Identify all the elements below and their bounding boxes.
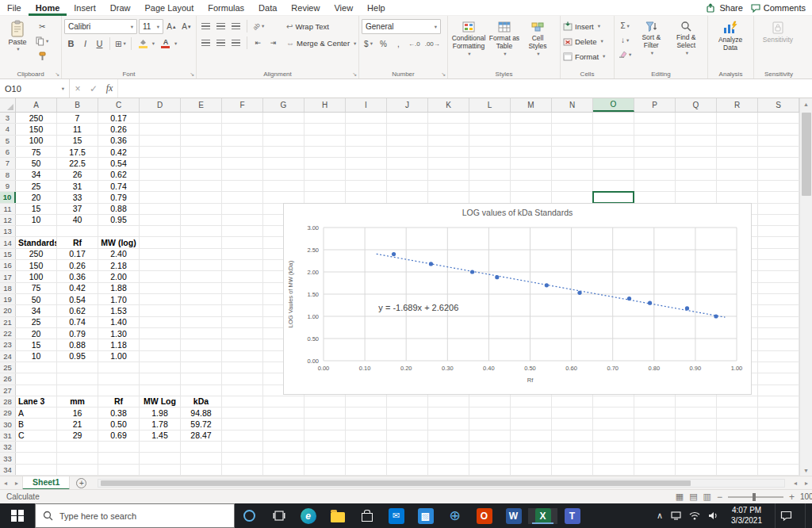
cell-A4[interactable]: 150 xyxy=(16,124,57,134)
cell-M28[interactable] xyxy=(511,396,552,407)
cell-A30[interactable]: B xyxy=(16,419,57,429)
cell-I32[interactable] xyxy=(346,442,387,452)
taskbar-search[interactable]: Type here to search xyxy=(35,503,235,528)
cell-D4[interactable] xyxy=(140,124,181,134)
italic-button[interactable]: I xyxy=(79,36,92,51)
cell-L33[interactable] xyxy=(469,453,511,463)
cell-G32[interactable] xyxy=(263,442,304,452)
cell-Q28[interactable] xyxy=(676,396,717,407)
column-header-N[interactable]: N xyxy=(552,98,593,112)
cell-C16[interactable]: 2.18 xyxy=(98,260,140,270)
column-header-L[interactable]: L xyxy=(469,98,511,112)
cell-P6[interactable] xyxy=(634,147,676,157)
cell-P5[interactable] xyxy=(634,136,676,146)
cell-E14[interactable] xyxy=(181,237,222,247)
cell-G9[interactable] xyxy=(263,181,304,191)
cell-A33[interactable] xyxy=(16,453,57,463)
cell-J29[interactable] xyxy=(387,407,428,418)
cell-P7[interactable] xyxy=(634,158,676,168)
cell-R4[interactable] xyxy=(717,124,758,134)
cell-P4[interactable] xyxy=(634,124,676,134)
cell-E33[interactable] xyxy=(181,453,222,463)
fill-color-button[interactable]: ▾ xyxy=(135,36,156,51)
column-header-B[interactable]: B xyxy=(57,98,98,112)
cell-I6[interactable] xyxy=(346,147,387,157)
cell-A20[interactable]: 34 xyxy=(16,305,57,316)
cell-Q30[interactable] xyxy=(676,419,717,429)
cell-C9[interactable]: 0.74 xyxy=(98,181,140,191)
mail-icon[interactable]: ✉ xyxy=(381,508,411,524)
cell-D30[interactable]: 1.78 xyxy=(140,419,181,429)
cell-S10[interactable] xyxy=(758,192,799,202)
action-center-button[interactable] xyxy=(775,503,797,528)
cell-G31[interactable] xyxy=(263,430,304,441)
conditional-formatting-button[interactable]: Conditional Formatting▾ xyxy=(450,19,487,58)
cell-M4[interactable] xyxy=(511,124,552,134)
cell-F3[interactable] xyxy=(222,113,263,123)
cell-I3[interactable] xyxy=(346,113,387,123)
cell-C23[interactable]: 1.18 xyxy=(98,339,140,350)
row-header-17[interactable]: 17 xyxy=(0,271,16,281)
cell-A29[interactable]: A xyxy=(16,407,57,418)
cell-F28[interactable] xyxy=(222,396,263,407)
cell-F27[interactable] xyxy=(222,385,263,396)
cell-S17[interactable] xyxy=(758,271,799,281)
cell-A8[interactable]: 34 xyxy=(16,170,57,180)
column-header-R[interactable]: R xyxy=(717,98,758,112)
cell-C8[interactable]: 0.62 xyxy=(98,170,140,180)
cell-C22[interactable]: 1.30 xyxy=(98,328,140,339)
row-header-12[interactable]: 12 xyxy=(0,215,16,225)
cell-F14[interactable] xyxy=(222,237,263,247)
column-header-I[interactable]: I xyxy=(346,98,387,112)
cell-M9[interactable] xyxy=(511,181,552,191)
cell-B33[interactable] xyxy=(57,453,98,463)
cell-E32[interactable] xyxy=(181,442,222,452)
cell-M6[interactable] xyxy=(511,147,552,157)
cell-B7[interactable]: 22.5 xyxy=(57,158,98,168)
cell-Q29[interactable] xyxy=(676,407,717,418)
cell-B8[interactable]: 26 xyxy=(57,170,98,180)
cancel-button[interactable]: × xyxy=(70,79,86,98)
clipboard-dialog-launcher[interactable]: ↘ xyxy=(55,71,59,78)
display-tray-icon[interactable] xyxy=(671,511,681,520)
cell-S33[interactable] xyxy=(758,453,799,463)
cell-D20[interactable] xyxy=(140,305,181,316)
borders-button[interactable]: ⊞▾ xyxy=(113,36,128,51)
cell-M7[interactable] xyxy=(511,158,552,168)
network-wifi-icon[interactable] xyxy=(689,511,700,520)
enter-button[interactable]: ✓ xyxy=(86,79,102,98)
cell-C17[interactable]: 2.00 xyxy=(98,271,140,281)
cell-N29[interactable] xyxy=(552,407,593,418)
cell-L31[interactable] xyxy=(469,430,511,441)
cell-L9[interactable] xyxy=(469,181,511,191)
microsoft-edge-icon[interactable]: e xyxy=(293,508,323,524)
row-header-16[interactable]: 16 xyxy=(0,260,16,270)
cell-R31[interactable] xyxy=(717,430,758,441)
cell-B6[interactable]: 17.5 xyxy=(57,147,98,157)
cell-R7[interactable] xyxy=(717,158,758,168)
cell-Q5[interactable] xyxy=(676,136,717,146)
cell-styles-button[interactable]: Cell Styles▾ xyxy=(522,19,553,58)
cell-P9[interactable] xyxy=(634,181,676,191)
row-header-14[interactable]: 14 xyxy=(0,237,16,247)
cell-I7[interactable] xyxy=(346,158,387,168)
cell-O8[interactable] xyxy=(593,170,634,180)
formula-input[interactable] xyxy=(117,79,812,98)
cell-E3[interactable] xyxy=(181,113,222,123)
cell-H34[interactable] xyxy=(304,465,346,475)
cell-B25[interactable] xyxy=(57,362,98,373)
cell-A21[interactable]: 25 xyxy=(16,317,57,327)
cell-O3[interactable] xyxy=(593,113,634,123)
cell-O5[interactable] xyxy=(593,136,634,146)
cell-S31[interactable] xyxy=(758,430,799,441)
insert-cells-button[interactable]: Insert▾ xyxy=(563,19,611,33)
row-header-27[interactable]: 27 xyxy=(0,385,16,396)
cell-F5[interactable] xyxy=(222,136,263,146)
cell-F11[interactable] xyxy=(222,204,263,214)
cell-D21[interactable] xyxy=(140,317,181,327)
cell-A3[interactable]: 250 xyxy=(16,113,57,123)
align-center-button[interactable] xyxy=(214,36,228,50)
volume-icon[interactable] xyxy=(708,511,718,520)
cell-N7[interactable] xyxy=(552,158,593,168)
cell-O28[interactable] xyxy=(593,396,634,407)
